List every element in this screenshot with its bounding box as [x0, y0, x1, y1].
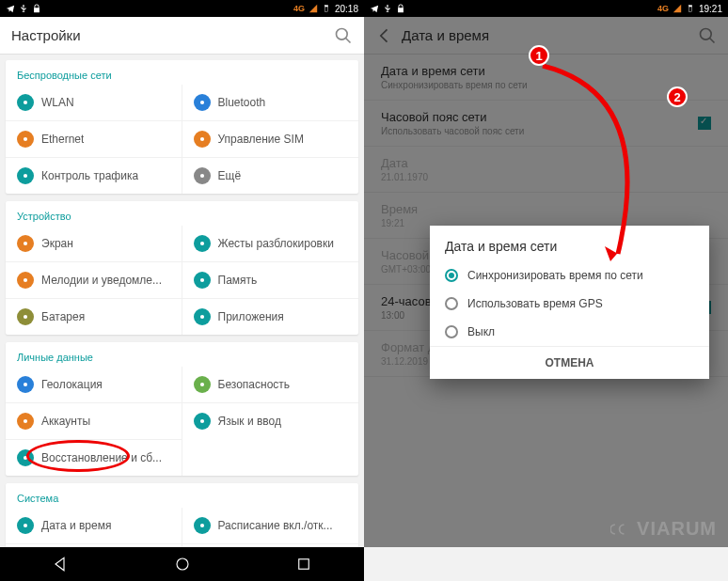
item-icon — [194, 131, 211, 148]
settings-item[interactable]: Жесты разблокировки — [182, 226, 359, 261]
search-icon[interactable] — [334, 26, 353, 45]
svg-point-15 — [24, 383, 27, 386]
item-icon — [17, 517, 34, 534]
settings-item[interactable]: Расписание вкл./отк... — [182, 508, 359, 543]
item-label: Геолокация — [41, 378, 103, 391]
radio-icon — [445, 269, 458, 282]
svg-point-13 — [24, 315, 27, 319]
dialog-title: Дата и время сети — [430, 226, 709, 261]
lock-icon — [396, 4, 405, 13]
item-icon — [194, 272, 211, 289]
status-bar: 4G 20:18 — [0, 0, 364, 17]
home-button[interactable] — [174, 556, 191, 573]
usb-icon — [383, 4, 392, 13]
item-label: Язык и ввод — [218, 415, 281, 428]
radio-label: Синхронизировать время по сети — [467, 269, 643, 282]
settings-item[interactable]: Приложения — [182, 298, 359, 335]
settings-item[interactable]: Геолокация — [6, 367, 182, 402]
back-button[interactable] — [53, 556, 70, 573]
settings-content: Беспроводные сетиWLANBluetoothEthernetУп… — [0, 55, 364, 547]
screen-datetime: 4G 19:21 Дата и время Дата и время сетиС… — [364, 0, 728, 581]
item-label: Восстановление и сб... — [41, 451, 162, 464]
item-icon — [194, 235, 211, 252]
settings-item[interactable]: Безопасность — [182, 367, 359, 402]
settings-item[interactable]: Управление SIM — [182, 120, 359, 157]
telegram-icon — [6, 4, 15, 13]
settings-item[interactable]: Bluetooth — [182, 85, 359, 120]
svg-point-6 — [199, 137, 203, 141]
item-label: Управление SIM — [218, 133, 304, 146]
item-label: Ещё — [218, 169, 242, 182]
item-label: Расписание вкл./отк... — [218, 519, 333, 532]
settings-item[interactable]: WLAN — [6, 85, 182, 120]
svg-rect-1 — [324, 6, 327, 8]
settings-item[interactable]: Батарея — [6, 298, 182, 335]
svg-point-9 — [24, 242, 27, 245]
item-icon — [194, 94, 211, 111]
svg-point-8 — [199, 174, 203, 178]
recents-button[interactable] — [295, 556, 312, 573]
svg-point-10 — [199, 242, 203, 245]
settings-item[interactable]: Память — [182, 261, 359, 298]
settings-item[interactable]: Экран — [6, 226, 182, 261]
item-label: Ethernet — [41, 133, 84, 146]
radio-option[interactable]: Выкл — [430, 318, 709, 346]
settings-header: Настройки — [0, 17, 364, 55]
settings-item[interactable]: Ethernet — [6, 120, 182, 157]
svg-point-20 — [24, 524, 27, 527]
item-icon — [17, 235, 34, 252]
item-label: Мелодии и уведомле... — [41, 274, 162, 287]
svg-point-2 — [337, 28, 348, 39]
item-icon — [194, 376, 211, 393]
settings-card: СистемаДата и времяРасписание вкл./отк..… — [6, 483, 358, 547]
item-icon — [17, 449, 34, 466]
item-icon — [17, 94, 34, 111]
network-4g: 4G — [293, 4, 305, 13]
svg-rect-26 — [298, 559, 309, 570]
svg-point-14 — [199, 315, 203, 319]
settings-item[interactable]: Дата и время — [6, 508, 182, 543]
svg-point-17 — [24, 419, 27, 423]
item-label: Жесты разблокировки — [218, 237, 334, 250]
settings-item[interactable]: Аккаунты — [6, 402, 182, 439]
settings-item[interactable]: Язык и ввод — [182, 402, 359, 439]
svg-point-3 — [24, 101, 27, 104]
svg-point-4 — [199, 101, 203, 104]
svg-point-7 — [24, 174, 27, 178]
svg-point-25 — [177, 558, 188, 570]
settings-item[interactable]: Мелодии и уведомле... — [6, 261, 182, 298]
status-bar: 4G 19:21 — [364, 0, 728, 17]
item-label: Дата и время — [41, 519, 111, 532]
item-label: Память — [218, 274, 258, 287]
settings-item[interactable]: Ещё — [182, 157, 359, 194]
radio-label: Выкл — [467, 325, 495, 338]
network-4g: 4G — [657, 4, 669, 13]
lock-icon — [32, 4, 41, 13]
settings-card: Личные данныеГеолокацияБезопасностьАккау… — [6, 342, 358, 476]
item-label: Bluetooth — [218, 96, 266, 109]
section-title: Личные данные — [6, 342, 358, 367]
radio-icon — [445, 325, 458, 338]
radio-option[interactable]: Использовать время GPS — [430, 290, 709, 318]
section-title: Система — [6, 483, 358, 508]
settings-item[interactable]: Восстановление и сб... — [6, 439, 182, 476]
radio-label: Использовать время GPS — [467, 297, 603, 310]
svg-point-21 — [199, 524, 203, 527]
signal-icon — [673, 4, 682, 13]
radio-icon — [445, 297, 458, 310]
item-icon — [17, 272, 34, 289]
settings-item[interactable]: Контроль трафика — [6, 157, 182, 194]
item-label: Батарея — [41, 310, 85, 323]
svg-point-16 — [199, 383, 203, 386]
radio-option[interactable]: Синхронизировать время по сети — [430, 261, 709, 290]
svg-rect-28 — [688, 6, 691, 8]
datetime-dialog: Дата и время сети Синхронизировать время… — [430, 226, 709, 379]
section-title: Беспроводные сети — [6, 60, 358, 85]
item-label: Аккаунты — [41, 415, 90, 428]
battery-icon — [322, 4, 331, 13]
svg-point-5 — [24, 137, 27, 141]
item-label: Безопасность — [218, 378, 291, 391]
section-title: Устройство — [6, 201, 358, 226]
cancel-button[interactable]: ОТМЕНА — [430, 346, 709, 379]
item-icon — [17, 413, 34, 430]
